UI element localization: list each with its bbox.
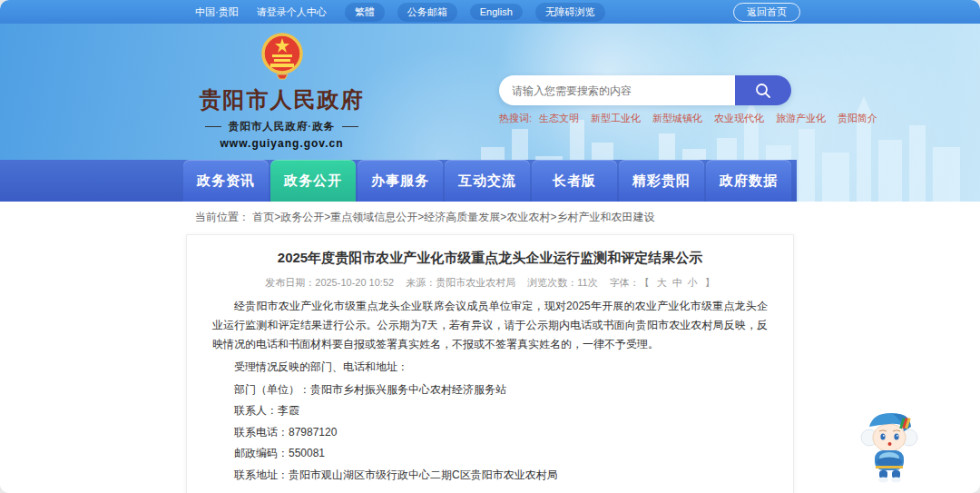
site-url: www.guiyang.gov.cn bbox=[193, 137, 370, 150]
search-button[interactable] bbox=[735, 75, 791, 105]
search-icon bbox=[754, 82, 772, 100]
article-title: 2025年度贵阳市农业产业化市级重点龙头企业运行监测和评定结果公示 bbox=[212, 250, 768, 267]
hot-word-link[interactable]: 生态文明 bbox=[539, 112, 579, 125]
search-area: 热搜词: 生态文明 新型工业化 新型城镇化 农业现代化 旅游产业化 贵阳简介 bbox=[499, 75, 791, 125]
return-home-button[interactable]: 返回首页 bbox=[733, 3, 800, 22]
login-link[interactable]: 请登录个人中心 bbox=[257, 5, 327, 19]
contact-address: 联系地址：贵阳市观山湖区市级行政中心二期C区贵阳市农业农村局 bbox=[212, 468, 768, 483]
hot-word-link[interactable]: 贵阳简介 bbox=[838, 112, 877, 125]
font-size-small-button[interactable]: 小 bbox=[688, 277, 698, 288]
main-navigation: 政务资讯 政务公开 办事服务 互动交流 长者版 精彩贵阳 政府数据 bbox=[183, 160, 791, 202]
region-link[interactable]: 中国·贵阳 bbox=[195, 5, 239, 19]
site-title[interactable]: 贵阳市人民政府 bbox=[193, 85, 370, 114]
font-size-large-button[interactable]: 大 bbox=[657, 277, 667, 288]
national-emblem-icon bbox=[260, 31, 304, 80]
hot-word-link[interactable]: 新型工业化 bbox=[591, 112, 641, 125]
publish-date: 发布日期：2025-10-20 10:52 bbox=[265, 277, 394, 288]
article-source: 来源：贵阳市农业农村局 bbox=[406, 277, 515, 288]
top-utility-bar: 中国·贵阳 请登录个人中心 繁體 公务邮箱 English 无障碍浏览 返回首页 bbox=[0, 0, 980, 24]
article-card: 2025年度贵阳市农业产业化市级重点龙头企业运行监测和评定结果公示 发布日期：2… bbox=[186, 234, 794, 493]
official-mail-link[interactable]: 公务邮箱 bbox=[397, 3, 457, 22]
contact-phone: 联系电话：87987120 bbox=[212, 425, 768, 440]
contact-department: 部门（单位）：贵阳市乡村振兴服务中心农村经济服务站 bbox=[212, 382, 768, 398]
hot-words-label: 热搜词: bbox=[499, 112, 532, 125]
hot-word-link[interactable]: 新型城镇化 bbox=[652, 112, 702, 125]
search-input[interactable] bbox=[499, 75, 735, 105]
contact-person: 联系人：李霞 bbox=[212, 403, 768, 419]
site-subtitle: 贵阳市人民政府·政务 bbox=[193, 120, 370, 133]
nav-tab-zhengfu-shuju[interactable]: 政府数据 bbox=[706, 160, 791, 202]
guiyang-mascot-icon[interactable] bbox=[857, 407, 922, 483]
nav-tab-banshi-fuwu[interactable]: 办事服务 bbox=[358, 160, 443, 202]
site-logo[interactable]: 贵阳市人民政府 贵阳市人民政府·政务 www.guiyang.gov.cn bbox=[193, 31, 370, 150]
view-count: 浏览次数：11次 bbox=[527, 277, 597, 288]
article-paragraph: 经贵阳市农业产业化市级重点龙头企业联席会议成员单位审定，现对2025年开展的农业… bbox=[212, 297, 768, 354]
nav-tab-zhengwu-zixun[interactable]: 政务资讯 bbox=[183, 160, 269, 202]
breadcrumb: 当前位置： 首页>政务公开>重点领域信息公开>经济高质量发展>农业农村>乡村产业… bbox=[195, 210, 980, 225]
site-banner: 贵阳市人民政府 贵阳市人民政府·政务 www.guiyang.gov.cn 热搜… bbox=[0, 24, 980, 202]
page-content: 当前位置： 首页>政务公开>重点领域信息公开>经济高质量发展>农业农村>乡村产业… bbox=[0, 210, 980, 493]
font-size-label-end: 】 bbox=[705, 277, 715, 288]
contact-postcode: 邮政编码：550081 bbox=[212, 446, 768, 461]
hot-search-words: 热搜词: 生态文明 新型工业化 新型城镇化 农业现代化 旅游产业化 贵阳简介 bbox=[499, 112, 791, 125]
breadcrumb-path[interactable]: 首页>政务公开>重点领域信息公开>经济高质量发展>农业农村>乡村产业和农田建设 bbox=[252, 211, 654, 223]
nav-tab-jingcai-guiyang[interactable]: 精彩贵阳 bbox=[619, 160, 704, 202]
font-size-medium-button[interactable]: 中 bbox=[672, 277, 682, 288]
article-meta: 发布日期：2025-10-20 10:52 来源：贵阳市农业农村局 浏览次数：1… bbox=[212, 276, 768, 290]
nav-tab-zhangzheban[interactable]: 长者版 bbox=[532, 160, 617, 202]
browser-page: 中国·贵阳 请登录个人中心 繁體 公务邮箱 English 无障碍浏览 返回首页 bbox=[0, 0, 980, 493]
breadcrumb-label: 当前位置： bbox=[195, 211, 250, 223]
hot-word-link[interactable]: 农业现代化 bbox=[714, 112, 764, 125]
article-paragraph: 受理情况反映的部门、电话和地址： bbox=[212, 358, 768, 377]
nav-tab-zhengwu-gongkai[interactable]: 政务公开 bbox=[270, 160, 356, 202]
hot-word-link[interactable]: 旅游产业化 bbox=[776, 112, 826, 125]
english-link[interactable]: English bbox=[470, 4, 523, 20]
nav-tab-hudong-jiaoliu[interactable]: 互动交流 bbox=[445, 160, 530, 202]
font-size-label: 字体：【 bbox=[610, 277, 650, 288]
accessibility-link[interactable]: 无障碍浏览 bbox=[535, 3, 605, 22]
traditional-chinese-link[interactable]: 繁體 bbox=[345, 3, 385, 22]
